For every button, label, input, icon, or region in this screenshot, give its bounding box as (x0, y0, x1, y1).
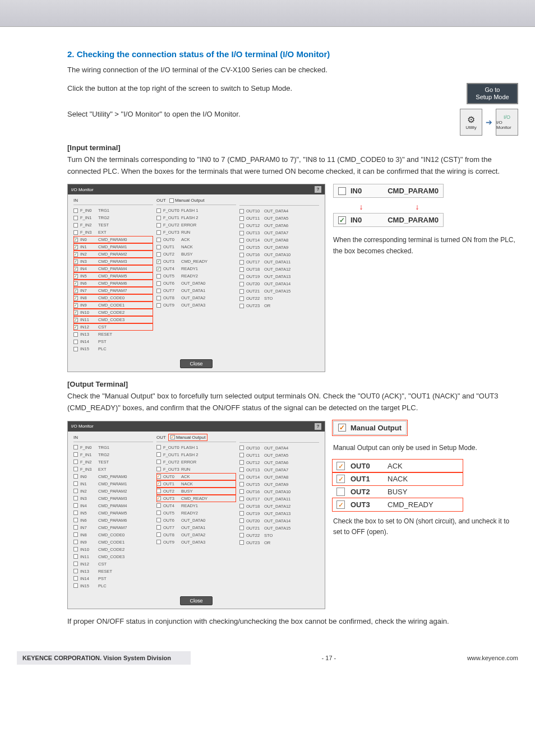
io-checkbox[interactable] (239, 467, 244, 472)
io-checkbox[interactable] (73, 569, 78, 573)
io-checkbox[interactable] (73, 481, 78, 486)
io-checkbox[interactable] (73, 245, 78, 249)
io-checkbox[interactable] (239, 260, 244, 265)
close-button[interactable]: Close (180, 596, 212, 605)
help-icon[interactable]: ? (315, 186, 321, 193)
io-checkbox[interactable] (239, 296, 244, 301)
io-checkbox[interactable] (239, 526, 244, 530)
io-checkbox[interactable] (73, 325, 78, 330)
output-checkbox[interactable] (336, 488, 345, 496)
io-checkbox[interactable] (239, 511, 244, 516)
io-checkbox[interactable] (156, 223, 161, 228)
manual-output-checkbox[interactable] (170, 435, 175, 439)
io-checkbox[interactable] (156, 452, 161, 457)
io-checkbox[interactable] (73, 252, 78, 257)
io-checkbox[interactable] (239, 475, 244, 479)
io-checkbox[interactable] (156, 518, 161, 522)
output-checkbox[interactable] (336, 462, 345, 470)
io-checkbox[interactable] (73, 238, 78, 242)
io-checkbox[interactable] (73, 540, 78, 544)
io-checkbox[interactable] (73, 503, 78, 508)
io-checkbox[interactable] (239, 267, 244, 272)
io-checkbox[interactable] (73, 496, 78, 500)
io-checkbox[interactable] (73, 452, 78, 457)
output-checkbox[interactable] (336, 475, 345, 483)
io-checkbox[interactable] (156, 289, 161, 293)
io-checkbox[interactable] (73, 296, 78, 300)
io-checkbox[interactable] (73, 562, 78, 566)
io-monitor-button[interactable]: I/O I/O Monitor (496, 109, 518, 136)
io-checkbox[interactable] (239, 504, 244, 508)
io-checkbox[interactable] (239, 289, 244, 294)
io-checkbox[interactable] (73, 489, 78, 493)
io-checkbox[interactable] (73, 467, 78, 471)
io-checkbox[interactable] (73, 318, 78, 322)
io-checkbox[interactable] (156, 252, 161, 257)
io-checkbox[interactable] (239, 540, 244, 545)
io-checkbox[interactable] (73, 332, 78, 337)
io-checkbox[interactable] (156, 259, 161, 264)
io-checkbox[interactable] (239, 238, 244, 243)
io-checkbox[interactable] (73, 445, 78, 449)
io-checkbox[interactable] (156, 208, 161, 213)
io-checkbox[interactable] (156, 467, 161, 471)
io-checkbox[interactable] (239, 216, 244, 221)
io-checkbox[interactable] (156, 267, 161, 271)
io-checkbox[interactable] (239, 482, 244, 486)
utility-button[interactable]: ⚙ Utility (460, 109, 482, 136)
io-checkbox[interactable] (73, 289, 78, 293)
io-checkbox[interactable] (156, 474, 161, 479)
io-checkbox[interactable] (73, 216, 78, 220)
io-checkbox[interactable] (156, 540, 161, 544)
setup-mode-button[interactable]: Go to Setup Mode (467, 83, 518, 104)
io-checkbox[interactable] (239, 253, 244, 257)
io-checkbox[interactable] (73, 208, 78, 213)
io-checkbox[interactable] (156, 511, 161, 515)
io-checkbox[interactable] (73, 310, 78, 315)
io-checkbox[interactable] (73, 267, 78, 271)
manual-output-checkbox[interactable] (169, 198, 174, 203)
io-checkbox[interactable] (239, 209, 244, 214)
io-checkbox[interactable] (239, 224, 244, 228)
io-checkbox[interactable] (239, 460, 244, 465)
io-checkbox[interactable] (239, 446, 244, 450)
io-checkbox[interactable] (73, 576, 78, 581)
io-checkbox[interactable] (73, 259, 78, 264)
io-checkbox[interactable] (156, 489, 161, 493)
io-checkbox[interactable] (239, 304, 244, 308)
io-checkbox[interactable] (156, 281, 161, 286)
io-checkbox[interactable] (73, 347, 78, 351)
io-checkbox[interactable] (73, 583, 78, 588)
io-checkbox[interactable] (73, 474, 78, 479)
io-checkbox[interactable] (156, 460, 161, 464)
io-checkbox[interactable] (156, 496, 161, 500)
output-checkbox[interactable] (336, 500, 345, 509)
io-checkbox[interactable] (73, 274, 78, 279)
io-checkbox[interactable] (73, 532, 78, 537)
io-checkbox[interactable] (156, 481, 161, 486)
io-checkbox[interactable] (156, 216, 161, 220)
io-checkbox[interactable] (73, 547, 78, 551)
io-checkbox[interactable] (73, 525, 78, 530)
io-checkbox[interactable] (156, 245, 161, 249)
io-checkbox[interactable] (156, 445, 161, 449)
io-checkbox[interactable] (73, 340, 78, 344)
io-checkbox[interactable] (156, 303, 161, 308)
io-checkbox[interactable] (73, 460, 78, 464)
io-checkbox[interactable] (239, 533, 244, 537)
io-checkbox[interactable] (73, 511, 78, 515)
io-checkbox[interactable] (73, 281, 78, 286)
help-icon[interactable]: ? (315, 423, 321, 430)
io-checkbox[interactable] (239, 275, 244, 279)
io-checkbox[interactable] (73, 554, 78, 559)
close-button[interactable]: Close (180, 359, 212, 368)
io-checkbox[interactable] (156, 525, 161, 530)
io-checkbox[interactable] (156, 503, 161, 508)
io-checkbox[interactable] (73, 230, 78, 235)
io-checkbox[interactable] (156, 274, 161, 279)
io-checkbox[interactable] (73, 303, 78, 308)
io-checkbox[interactable] (73, 223, 78, 228)
io-checkbox[interactable] (239, 231, 244, 235)
io-checkbox[interactable] (156, 296, 161, 300)
io-checkbox[interactable] (239, 245, 244, 250)
